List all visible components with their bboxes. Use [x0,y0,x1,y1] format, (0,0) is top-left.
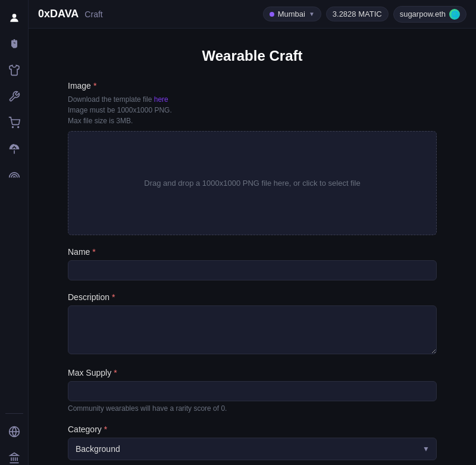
category-select-wrapper: Background Body Hair Eyes Mouth Outfit A… [68,438,437,460]
account-name: sugarpow.eth [400,10,446,18]
page-title: Wearable Craft [68,48,437,64]
name-required: * [92,247,95,257]
sidebar-icon-bank[interactable] [4,447,25,465]
sidebar-icon-cart[interactable] [4,112,25,133]
svg-point-0 [12,14,16,18]
balance-display: 3.2828 MATIC [326,7,389,21]
svg-marker-10 [10,452,18,455]
svg-point-1 [12,127,13,128]
image-required: * [93,81,96,90]
description-label: Description * [68,292,437,302]
network-chevron-icon: ▼ [309,11,315,17]
main-content: 0xDAVA Craft Mumbai ▼ 3.2828 MATIC sugar… [29,0,476,465]
file-upload-text: Drag and drop a 1000x1000 PNG file here,… [144,179,360,188]
name-input[interactable] [68,260,437,280]
sidebar-icon-parachute[interactable] [4,138,25,160]
sidebar-icon-avatar[interactable] [4,7,25,29]
account-button[interactable]: sugarpow.eth 🌐 [393,6,466,23]
name-section: Name * [68,247,437,280]
image-section: Image * Download the template file here … [68,81,437,235]
category-required: * [104,425,107,434]
network-selector[interactable]: Mumbai ▼ [263,7,321,21]
template-link[interactable]: here [154,95,168,104]
sidebar-divider [5,413,23,414]
app-subtitle: Craft [84,10,102,19]
file-upload-area[interactable]: Drag and drop a 1000x1000 PNG file here,… [68,131,437,235]
description-required: * [112,292,115,302]
category-select[interactable]: Background Body Hair Eyes Mouth Outfit A… [68,438,437,460]
network-name: Mumbai [278,10,305,18]
description-input[interactable] [68,305,437,354]
max-supply-section: Max Supply * Community wearables will ha… [68,368,437,413]
app-logo: 0xDAVA [38,8,79,20]
max-supply-label: Max Supply * [68,368,437,377]
max-supply-hint: Community wearables will have a rarity s… [68,404,437,413]
category-label: Category * [68,425,437,434]
sidebar-icon-globe[interactable] [4,421,25,442]
sidebar [0,0,29,465]
name-label: Name * [68,247,437,257]
max-supply-required: * [114,368,117,377]
sidebar-icon-hand[interactable] [4,33,25,55]
image-hint: Download the template file here Image mu… [68,94,437,126]
description-section: Description * [68,292,437,356]
svg-point-2 [17,127,18,128]
max-supply-input[interactable] [68,381,437,401]
category-section: Category * Background Body Hair Eyes Mou… [68,425,437,460]
sidebar-icon-shirt[interactable] [4,60,25,81]
network-dot [270,12,274,17]
sidebar-icon-craft[interactable] [4,86,25,107]
account-avatar: 🌐 [449,9,460,20]
image-label: Image * [68,81,437,90]
content-area: Wearable Craft Image * Download the temp… [44,29,461,465]
sidebar-icon-rainbow[interactable] [4,164,25,186]
header: 0xDAVA Craft Mumbai ▼ 3.2828 MATIC sugar… [29,0,476,29]
